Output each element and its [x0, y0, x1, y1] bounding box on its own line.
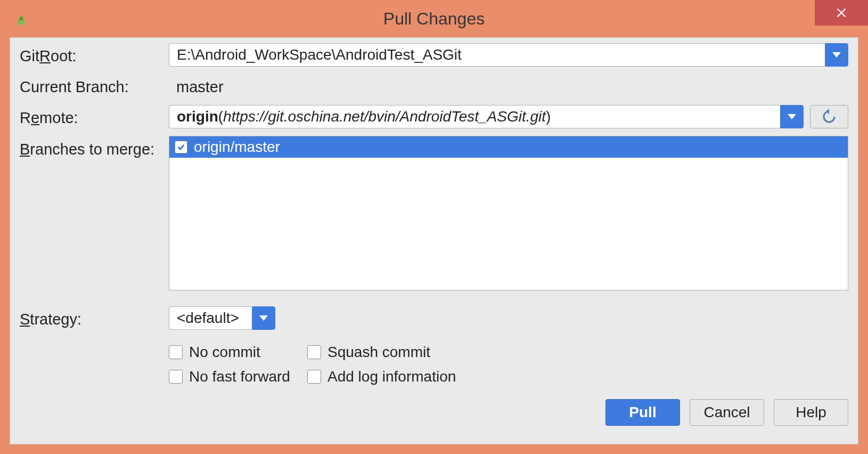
pull-button[interactable]: Pull: [605, 399, 680, 426]
chevron-down-icon[interactable]: [780, 105, 804, 128]
strategy-dropdown[interactable]: <default>: [169, 306, 275, 330]
branch-name: origin/master: [194, 139, 280, 156]
svg-marker-5: [259, 315, 268, 321]
svg-marker-4: [826, 109, 829, 114]
cancel-button[interactable]: Cancel: [690, 399, 764, 426]
no-commit-checkbox[interactable]: No commit: [169, 344, 307, 361]
dialog-title: Pull Changes: [383, 9, 485, 29]
dialog-body: Git Root: E:\Android_WorkSpace\AndroidTe…: [10, 37, 858, 444]
branches-label: Branches to merge:: [20, 136, 169, 159]
checkbox-icon: [169, 345, 183, 359]
strategy-value: <default>: [169, 306, 252, 330]
git-root-label: Git Root:: [20, 43, 169, 67]
squash-commit-checkbox[interactable]: Squash commit: [307, 344, 848, 361]
close-button[interactable]: [815, 0, 868, 26]
git-root-value: E:\Android_WorkSpace\AndroidTest_ASGit: [169, 43, 825, 67]
chevron-down-icon[interactable]: [252, 306, 275, 330]
checkbox-icon: [307, 370, 321, 384]
svg-marker-3: [788, 114, 796, 119]
add-log-checkbox[interactable]: Add log information: [307, 368, 848, 385]
checkbox-icon: [169, 370, 183, 384]
app-icon: [11, 8, 32, 29]
branches-list[interactable]: origin/master: [169, 136, 848, 290]
branch-checkbox[interactable]: [175, 141, 187, 153]
checkbox-icon: [307, 345, 321, 359]
remote-label: Remote:: [20, 105, 169, 128]
remote-value: origin(https://git.oschina.net/bvin/Andr…: [169, 105, 780, 128]
strategy-label: Strategy:: [20, 306, 169, 330]
branch-item[interactable]: origin/master: [169, 136, 848, 158]
no-fast-forward-checkbox[interactable]: No fast forward: [169, 368, 307, 385]
git-root-dropdown[interactable]: E:\Android_WorkSpace\AndroidTest_ASGit: [169, 43, 848, 67]
chevron-down-icon[interactable]: [825, 43, 848, 67]
refresh-button[interactable]: [810, 105, 848, 128]
remote-dropdown[interactable]: origin(https://git.oschina.net/bvin/Andr…: [169, 105, 804, 128]
current-branch-value: master: [169, 74, 848, 98]
titlebar: Pull Changes: [0, 0, 868, 37]
svg-marker-2: [832, 52, 841, 58]
current-branch-label: Current Branch:: [20, 74, 169, 98]
help-button[interactable]: Help: [774, 399, 848, 426]
